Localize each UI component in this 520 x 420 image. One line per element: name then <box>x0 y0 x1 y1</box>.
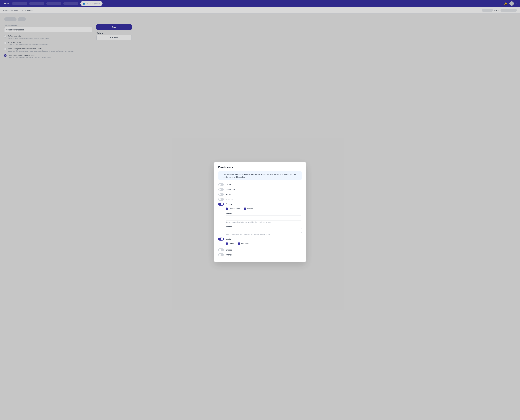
toggle-label-on-air: On Air <box>226 184 231 186</box>
toggle-row-engage[interactable]: Engage <box>218 248 302 251</box>
content-indented: ✓ Content items ✓ Stories Models Select … <box>226 208 302 235</box>
toggle-label-engage: Engage <box>226 249 232 251</box>
toggle-row-media[interactable]: Media <box>218 238 302 240</box>
toggle-label-station: Station <box>226 193 232 195</box>
media-checkbox-row[interactable]: ✓ Media <box>226 242 234 245</box>
media-label: Media <box>229 242 234 245</box>
toggle-label-schema: Schema <box>226 198 233 200</box>
media-checkboxes-pair: ✓ Media ✓ Live clips <box>226 242 302 246</box>
toggle-label-content: Content <box>226 203 232 205</box>
locales-input[interactable] <box>226 228 302 233</box>
modal-title: Permissions <box>218 166 302 169</box>
toggle-media[interactable] <box>218 238 224 240</box>
toggle-newsroom[interactable] <box>218 188 224 191</box>
toggle-row-on-air[interactable]: On Air <box>218 183 302 186</box>
info-icon: ℹ <box>220 173 221 176</box>
live-clips-checkbox[interactable]: ✓ <box>238 242 240 245</box>
permissions-modal: Permissions ℹ Turn on the sections that … <box>214 162 306 262</box>
content-items-label: Content items <box>229 208 240 210</box>
toggle-label-analyze: Analyze <box>226 254 232 256</box>
locales-hint: Select the locale(s) that users with thi… <box>226 233 302 235</box>
live-clips-label: Live clips <box>241 242 248 245</box>
toggle-station[interactable] <box>218 193 224 196</box>
toggle-row-schema[interactable]: Schema <box>218 198 302 201</box>
media-checkbox[interactable]: ✓ <box>226 242 228 245</box>
models-label: Models <box>226 213 302 215</box>
content-items-checkbox-row[interactable]: ✓ Content items <box>226 208 240 210</box>
content-items-checkbox[interactable]: ✓ <box>226 208 228 210</box>
content-checkboxes-pair: ✓ Content items ✓ Stories <box>226 208 302 211</box>
toggle-row-newsroom[interactable]: Newsroom <box>218 188 302 191</box>
toggle-schema[interactable] <box>218 198 224 201</box>
toggle-row-content[interactable]: Content <box>218 203 302 206</box>
toggle-on-air[interactable] <box>218 183 224 186</box>
toggle-analyze[interactable] <box>218 253 224 256</box>
models-input[interactable] <box>226 216 302 221</box>
models-hint: Select the model(s) that users with this… <box>226 221 302 223</box>
locales-label: Locales <box>226 225 302 227</box>
toggle-label-newsroom: Newsroom <box>226 188 235 191</box>
toggle-row-station[interactable]: Station <box>218 193 302 196</box>
toggle-content[interactable] <box>218 203 224 206</box>
stories-label: Stories <box>247 208 253 210</box>
toggle-engage[interactable] <box>218 248 224 251</box>
toggle-label-media: Media <box>226 238 231 240</box>
info-text: Turn on the sections that users with thi… <box>223 173 300 178</box>
info-banner: ℹ Turn on the sections that users with t… <box>218 172 302 180</box>
stories-checkbox[interactable]: ✓ <box>244 208 246 210</box>
toggle-row-analyze[interactable]: Analyze <box>218 253 302 256</box>
stories-checkbox-row[interactable]: ✓ Stories <box>244 208 253 210</box>
media-indented: ✓ Media ✓ Live clips <box>226 242 302 246</box>
live-clips-checkbox-row[interactable]: ✓ Live clips <box>238 242 248 245</box>
